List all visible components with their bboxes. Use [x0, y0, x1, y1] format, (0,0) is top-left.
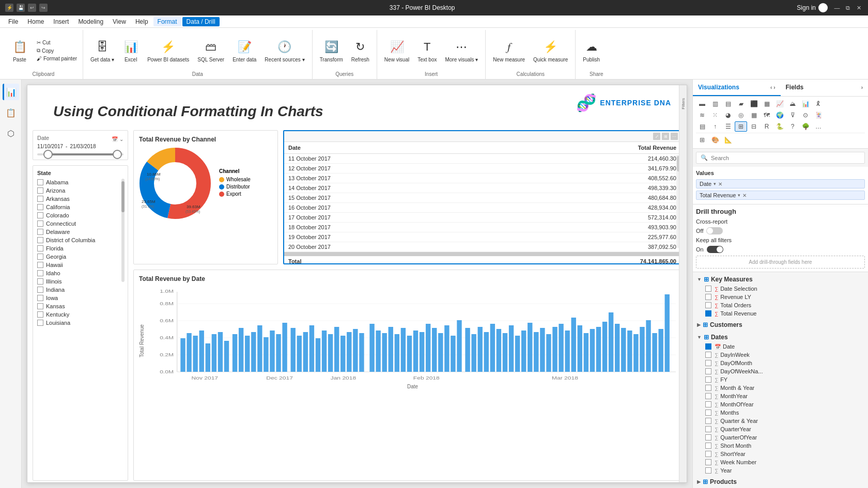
viz-clustered-col[interactable]: ⬛ [748, 99, 760, 109]
field-checkbox[interactable] [705, 434, 711, 440]
viz-scatter[interactable]: ⁙ [709, 110, 721, 120]
field-date-selection[interactable]: ∑ Date Selection [695, 285, 866, 293]
field-checkbox[interactable] [705, 376, 711, 383]
sign-in[interactable]: Sign in [797, 3, 828, 12]
viz-kpi[interactable]: ↑ [709, 121, 721, 132]
copy-button[interactable]: ⧉ Copy [35, 47, 79, 54]
viz-line-col[interactable]: 📊 [799, 99, 812, 109]
restore-button[interactable]: ⧉ [844, 4, 852, 12]
products-header[interactable]: ▶ ⊞ Products [695, 477, 866, 487]
state-checkbox[interactable] [37, 196, 43, 202]
powerbi-datasets-button[interactable]: ⚡ Power BI datasets [144, 33, 192, 69]
viz-map[interactable]: 🗺 [761, 110, 773, 120]
viz-matrix[interactable]: ⊟ [748, 121, 760, 132]
field-checkbox[interactable] [705, 385, 711, 391]
viz-line[interactable]: 📈 [773, 99, 786, 109]
field-checkbox[interactable] [705, 410, 711, 416]
table-more-icon[interactable]: ⋯ [671, 133, 678, 140]
table-row[interactable]: 15 October 2017 480,684.80 [284, 193, 680, 203]
transform-button[interactable]: 🔄 Transform [317, 33, 346, 69]
chip-remove-revenue[interactable]: ✕ [742, 193, 747, 198]
field-date[interactable]: 📅 Date [695, 342, 866, 351]
viz-more[interactable]: … [812, 121, 825, 132]
report-view-icon[interactable]: 📊 [3, 84, 19, 100]
field-checkbox[interactable] [705, 352, 711, 358]
table-row[interactable]: 12 October 2017 341,679.90 [284, 164, 680, 174]
state-checkbox[interactable] [37, 229, 43, 235]
customers-header[interactable]: ▶ ⊞ Customers [695, 320, 866, 330]
field-quarterofyear[interactable]: ∑ QuarterOfYear [695, 433, 866, 442]
viz-python[interactable]: 🐍 [773, 121, 786, 132]
paste-button[interactable]: 📋 Paste [8, 33, 31, 69]
viz-clustered-bar[interactable]: ▥ [709, 99, 721, 109]
list-item[interactable]: Kansas [37, 303, 123, 310]
viz-format-icon[interactable]: 🎨 [709, 135, 721, 145]
state-checkbox[interactable] [37, 179, 43, 185]
table-row[interactable]: 16 October 2017 428,934.00 [284, 203, 680, 213]
field-checkbox[interactable] [705, 443, 711, 449]
data-view-icon[interactable]: 📋 [3, 104, 19, 121]
list-item[interactable]: Indiana [37, 286, 123, 293]
excel-button[interactable]: 📊 Excel [119, 33, 142, 69]
viz-stacked-col[interactable]: ▰ [735, 99, 747, 109]
field-checkbox-date-checked[interactable] [705, 343, 711, 350]
field-total-orders[interactable]: ∑ Total Orders [695, 301, 866, 309]
field-checkbox[interactable] [705, 451, 711, 457]
viz-100-bar[interactable]: ▤ [722, 99, 734, 109]
state-checkbox[interactable] [37, 303, 43, 309]
cross-report-track[interactable] [706, 227, 723, 234]
field-checkbox[interactable] [705, 286, 711, 292]
sql-server-button[interactable]: 🗃 SQL Server [194, 33, 227, 69]
undo-icon[interactable]: ↩ [28, 4, 36, 12]
list-item[interactable]: Iowa [37, 294, 123, 302]
menu-home[interactable]: Home [23, 17, 48, 26]
more-visuals-button[interactable]: ⋯ More visuals ▾ [442, 33, 481, 69]
field-dayinweek[interactable]: ∑ DayInWeek [695, 351, 866, 359]
state-checkbox[interactable] [37, 262, 43, 268]
list-item[interactable]: Connecticut [37, 220, 123, 227]
dates-header[interactable]: ▼ ⊞ Dates [695, 332, 866, 342]
date-value-chip[interactable]: Date ▾ ✕ [696, 179, 865, 188]
viz-filled-map[interactable]: 🌍 [773, 110, 786, 120]
field-checkbox[interactable] [705, 426, 711, 432]
state-checkbox[interactable] [37, 278, 43, 285]
fields-tab[interactable]: Fields › [781, 80, 869, 96]
list-item[interactable]: California [37, 203, 123, 211]
field-monthyear[interactable]: ∑ MonthYear [695, 392, 866, 400]
viz-analytics-icon[interactable]: 📐 [722, 135, 734, 145]
list-item[interactable]: Hawaii [37, 261, 123, 269]
field-short-month[interactable]: ∑ Short Month [695, 442, 866, 450]
state-checkbox[interactable] [37, 221, 43, 227]
field-checkbox[interactable] [705, 360, 711, 366]
state-checkbox[interactable] [37, 245, 43, 251]
keep-filters-toggle[interactable]: On [696, 246, 723, 253]
viz-ribbon[interactable]: 🎗 [812, 99, 825, 109]
viz-ai-decomp[interactable]: 🌳 [799, 121, 812, 132]
field-months[interactable]: ∑ Months [695, 408, 866, 417]
viz-qna[interactable]: ? [786, 121, 799, 132]
list-item[interactable]: Georgia [37, 253, 123, 260]
date-slider[interactable] [37, 153, 123, 155]
visualizations-tab[interactable]: Visualizations ‹ › [693, 80, 781, 96]
list-item[interactable]: District of Columbia [37, 237, 123, 244]
field-checkbox[interactable] [705, 368, 711, 374]
state-checkbox[interactable] [37, 212, 43, 218]
save-icon[interactable]: 💾 [17, 4, 25, 12]
menu-file[interactable]: File [4, 17, 22, 26]
field-dayofweekna[interactable]: ∑ DayOfWeekNa... [695, 367, 866, 375]
chip-remove-date[interactable]: ✕ [718, 181, 722, 187]
menu-modeling[interactable]: Modeling [74, 17, 107, 26]
close-button[interactable]: ✕ [855, 4, 863, 12]
menu-view[interactable]: View [109, 17, 130, 26]
field-checkbox[interactable] [705, 302, 711, 308]
revenue-value-chip[interactable]: Total Revenue ▾ ✕ [696, 191, 865, 200]
field-checkbox[interactable] [705, 459, 711, 465]
state-checkbox[interactable] [37, 204, 43, 210]
field-checkbox[interactable] [705, 401, 711, 407]
keep-filters-track[interactable] [707, 246, 723, 253]
viz-stacked-bar[interactable]: ▬ [696, 99, 708, 109]
field-monthofyear[interactable]: ∑ MonthOfYear [695, 400, 866, 408]
list-item[interactable]: Kentucky [37, 311, 123, 318]
state-checkbox[interactable] [37, 311, 43, 318]
field-total-revenue[interactable]: ∑ Total Revenue [695, 309, 866, 318]
